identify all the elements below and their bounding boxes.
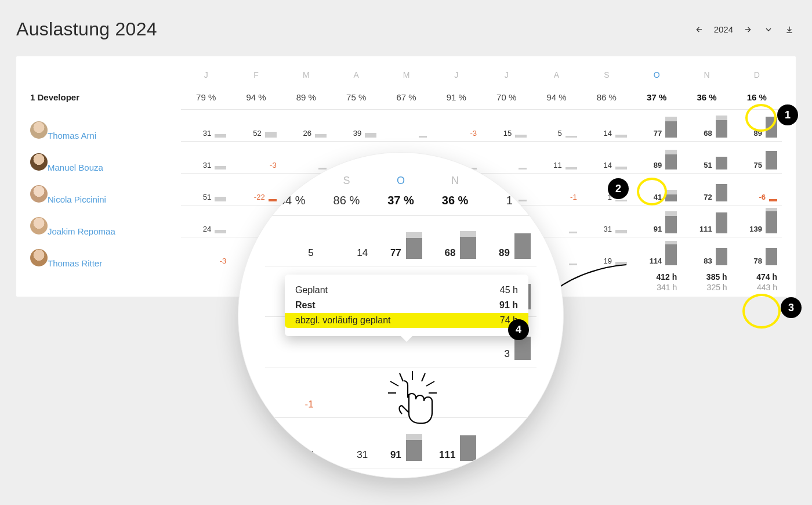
util-cell[interactable]: 5	[531, 109, 581, 141]
avatar	[30, 185, 48, 203]
util-cell[interactable]: 26	[281, 109, 331, 141]
tooltip-label-1: Geplant	[295, 285, 328, 295]
util-cell[interactable]: 14	[582, 141, 632, 173]
lens-cell[interactable]: 31	[320, 421, 374, 464]
person-link[interactable]: Nicola Piccinini	[48, 194, 106, 204]
util-cell[interactable]: 89	[632, 141, 682, 173]
util-cell[interactable]: 78	[732, 237, 782, 269]
lens-cell[interactable]: 68	[428, 219, 483, 262]
person-row: Joakim Repomaa	[30, 217, 181, 237]
person-link[interactable]: Thomas Arni	[48, 131, 96, 140]
util-cell[interactable]	[481, 141, 531, 173]
lens-cell[interactable]: 114	[374, 472, 428, 478]
lens-cell[interactable]	[265, 472, 320, 478]
magnifier-lens: SON94 %86 %37 %36 %151477688953-13731911…	[238, 152, 564, 478]
lens-cell[interactable]: 5	[265, 219, 320, 262]
lens-percent: 86 %	[320, 194, 374, 212]
util-cell[interactable]: 77	[632, 109, 682, 141]
util-cell[interactable]	[381, 109, 431, 141]
util-cell[interactable]: 31	[181, 141, 231, 173]
util-cell[interactable]: 91	[632, 205, 682, 237]
month-header: O	[632, 70, 682, 85]
person-row: Manuel Bouza	[30, 153, 181, 173]
tooltip-label-2: Rest	[295, 300, 316, 311]
person-link[interactable]: Manuel Bouza	[48, 163, 103, 172]
person-row: Thomas Arni	[30, 121, 181, 141]
month-header: D	[732, 70, 782, 85]
util-cell[interactable]: 31	[582, 205, 632, 237]
util-cell[interactable]: 139	[732, 205, 782, 237]
util-cell[interactable]: 111	[682, 205, 731, 237]
util-cell[interactable]: 19	[582, 237, 632, 269]
lens-percent: 36 %	[428, 194, 483, 212]
util-cell[interactable]: 41	[632, 173, 682, 205]
group-percent: 94 %	[531, 85, 581, 109]
util-cell[interactable]	[281, 141, 331, 173]
util-cell[interactable]: 11	[531, 141, 581, 173]
util-cell[interactable]: -3	[231, 141, 281, 173]
avatar	[30, 217, 48, 235]
util-cell[interactable]: -3	[181, 237, 231, 269]
lens-cell[interactable]: 139	[482, 421, 536, 464]
month-header: J	[432, 70, 481, 85]
lens-cell[interactable]	[374, 371, 428, 414]
util-cell[interactable]: -6	[732, 173, 782, 205]
util-cell[interactable]: -3	[432, 109, 481, 141]
download-icon[interactable]	[783, 23, 796, 36]
chevron-down-icon[interactable]	[762, 23, 775, 36]
person-row: Thomas Ritter	[30, 249, 181, 269]
lens-month: O	[374, 172, 428, 192]
group-percent: 70 %	[481, 85, 531, 109]
util-cell[interactable]: 14	[582, 109, 632, 141]
util-cell[interactable]: 68	[682, 109, 731, 141]
util-cell[interactable]: 51	[181, 173, 231, 205]
util-cell[interactable]: 15	[481, 109, 531, 141]
lens-cell[interactable]	[320, 371, 374, 414]
lens-cell[interactable]: 14	[320, 219, 374, 262]
util-cell[interactable]: 51	[682, 141, 731, 173]
month-header: M	[281, 70, 331, 85]
person-link[interactable]: Joakim Repomaa	[48, 226, 115, 236]
group-percent: 75 %	[331, 85, 381, 109]
group-percent: 67 %	[381, 85, 431, 109]
avatar	[30, 153, 48, 171]
util-cell[interactable]: 31	[181, 109, 231, 141]
group-percent: 36 %	[682, 85, 731, 109]
util-cell[interactable]: 39	[331, 109, 381, 141]
util-cell[interactable]: 89	[732, 109, 782, 141]
util-cell[interactable]: 1	[582, 173, 632, 205]
lens-cell[interactable]: 89	[482, 219, 536, 262]
lens-cell[interactable]	[482, 371, 536, 414]
next-year-button[interactable]	[741, 23, 754, 36]
sum-cell: 474 h443 h	[732, 269, 782, 292]
util-cell[interactable]: 114	[632, 237, 682, 269]
util-cell[interactable]: -22	[231, 173, 281, 205]
month-header: N	[682, 70, 731, 85]
util-cell[interactable]: 83	[682, 237, 731, 269]
lens-cell[interactable]: 78	[482, 472, 536, 478]
group-percent: 94 %	[231, 85, 281, 109]
util-cell[interactable]: 52	[231, 109, 281, 141]
lens-month: N	[428, 172, 483, 192]
year-nav: 2024	[693, 23, 796, 36]
tooltip-value-1: 45 h	[500, 285, 518, 295]
lens-cell[interactable]: 83	[428, 472, 483, 478]
group-percent: 89 %	[281, 85, 331, 109]
lens-cell[interactable]: 77	[374, 219, 428, 262]
lens-cell[interactable]: 37	[265, 421, 320, 464]
lens-cell[interactable]: 111	[428, 421, 483, 464]
person-link[interactable]: Thomas Ritter	[48, 258, 102, 268]
util-cell[interactable]: 72	[682, 173, 731, 205]
util-cell[interactable]: 75	[732, 141, 782, 173]
lens-cell[interactable]: -1	[265, 371, 320, 414]
lens-cell[interactable]	[428, 371, 483, 414]
lens-cell[interactable]: 19	[320, 472, 374, 478]
lens-cell[interactable]: 91	[374, 421, 428, 464]
util-cell[interactable]: 24	[181, 205, 231, 237]
prev-year-button[interactable]	[693, 23, 706, 36]
tooltip-value-2: 91 h	[499, 300, 518, 311]
util-cell[interactable]: -1	[531, 173, 581, 205]
lens-percent: 37 %	[374, 194, 428, 212]
month-header: J	[481, 70, 531, 85]
tooltip-value-3: 74 h	[500, 315, 518, 326]
